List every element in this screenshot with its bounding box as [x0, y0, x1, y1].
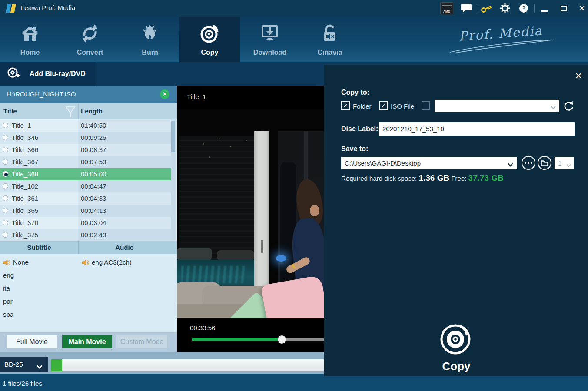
disc-label-input[interactable] — [379, 122, 575, 136]
speaker-icon — [82, 259, 89, 266]
title-row[interactable]: Title_36700:07:53 — [0, 156, 177, 168]
title-radio[interactable] — [3, 183, 8, 189]
title-name: Title_346 — [12, 134, 38, 141]
title-length: 00:09:25 — [81, 134, 106, 141]
browse-more-button[interactable] — [522, 156, 535, 170]
title-name: Title_375 — [12, 231, 38, 239]
title-radio[interactable] — [3, 220, 8, 225]
iso-file-checkbox[interactable]: ✓ — [379, 101, 388, 110]
preview-progress-track[interactable] — [192, 338, 324, 341]
preview-progress-thumb[interactable] — [278, 335, 286, 344]
save-path-value: C:\Users\GAGI-D\Desktop — [345, 159, 421, 167]
full-movie-button[interactable]: Full Movie — [7, 335, 57, 348]
disc-target-checkbox[interactable] — [422, 101, 430, 110]
title-row[interactable]: Title_36600:08:37 — [0, 144, 177, 156]
copies-count-value: 1 — [558, 159, 561, 167]
column-title[interactable]: Title — [3, 107, 17, 115]
track-label: ita — [3, 285, 10, 292]
nav-tab-copy[interactable]: Copy — [179, 17, 240, 62]
copy-disc-icon — [200, 23, 220, 45]
video-frame — [177, 109, 324, 318]
amd-badge-icon[interactable]: AMD — [440, 2, 453, 14]
register-key-icon[interactable] — [481, 2, 493, 14]
title-list-scrollbar[interactable] — [171, 119, 176, 241]
title-name: Title_367 — [12, 158, 38, 166]
title-table-header: Title Length — [0, 103, 177, 119]
nav-tab-cinavia[interactable]: Cinavia — [300, 17, 360, 62]
copy-to-label: Copy to: — [341, 89, 369, 96]
help-icon[interactable]: ? — [519, 2, 528, 14]
nav-tab-home[interactable]: Home — [0, 17, 60, 62]
minimize-button[interactable] — [539, 2, 550, 14]
column-length[interactable]: Length — [81, 107, 103, 115]
track-item[interactable]: eng — [0, 269, 78, 282]
feedback-bubble-icon[interactable] — [461, 2, 472, 14]
nav-label: Home — [20, 49, 40, 56]
title-row[interactable]: Title_37500:02:43 — [0, 229, 177, 241]
burner-drive-dropdown[interactable] — [435, 100, 559, 112]
title-row[interactable]: Title_34600:09:25 — [0, 132, 177, 144]
disc-type-value: BD-25 — [4, 361, 23, 368]
main-movie-button[interactable]: Main Movie — [62, 335, 112, 348]
track-item[interactable]: ita — [0, 282, 78, 295]
track-label: por — [3, 298, 13, 305]
title-radio[interactable] — [3, 123, 8, 128]
audio-list: eng AC3(2ch) — [78, 256, 171, 269]
save-path-dropdown[interactable]: C:\Users\GAGI-D\Desktop — [341, 157, 517, 169]
copies-count-dropdown[interactable]: 1 — [555, 157, 574, 169]
close-button[interactable]: × — [576, 2, 588, 14]
title-length: 00:04:47 — [81, 182, 106, 190]
title-name: Title_365 — [12, 207, 38, 214]
title-list: Title_101:40:50Title_34600:09:25Title_36… — [0, 119, 177, 241]
refresh-drives-icon[interactable] — [563, 100, 574, 111]
title-row[interactable]: Title_101:40:50 — [0, 119, 177, 132]
title-radio[interactable] — [3, 196, 8, 201]
add-bluray-dvd-button[interactable]: Add Blu-ray/DVD — [0, 62, 96, 86]
title-radio[interactable] — [3, 208, 8, 213]
settings-gear-icon[interactable] — [500, 2, 510, 14]
free-label: Free: — [451, 175, 466, 182]
tracks-header: Subtitle Audio — [0, 241, 177, 254]
track-item[interactable]: eng AC3(2ch) — [78, 256, 171, 269]
title-radio[interactable] — [3, 147, 8, 152]
title-row[interactable]: Title_36500:04:13 — [0, 205, 177, 217]
titlebar-divider — [477, 4, 477, 13]
video-preview[interactable]: Title_1 — [177, 86, 324, 352]
disc-type-dropdown[interactable]: BD-25 — [0, 357, 48, 372]
title-row[interactable]: Title_10200:04:47 — [0, 180, 177, 192]
track-item[interactable]: por — [0, 295, 78, 308]
preview-progress-fill — [192, 338, 282, 341]
track-label: eng AC3(2ch) — [92, 258, 132, 266]
maximize-button[interactable] — [558, 2, 569, 14]
copy-start-button[interactable]: Copy — [428, 321, 485, 373]
filter-funnel-icon[interactable] — [65, 106, 76, 119]
nav-tab-download[interactable]: Download — [240, 17, 300, 62]
track-item[interactable]: spa — [0, 308, 78, 321]
title-row[interactable]: Title_36100:04:33 — [0, 192, 177, 205]
scrollbar-thumb[interactable] — [171, 121, 175, 152]
open-folder-button[interactable] — [538, 156, 551, 170]
folder-label[interactable]: Folder — [353, 103, 372, 110]
title-radio[interactable] — [3, 159, 8, 165]
folder-checkbox[interactable]: ✓ — [341, 101, 350, 110]
title-row[interactable]: Title_36800:05:00 — [0, 168, 177, 180]
nav-tab-burn[interactable]: Burn — [120, 17, 180, 62]
custom-mode-button[interactable]: Custom Mode — [116, 335, 167, 348]
source-path: H:\ROUGH_NIGHT.ISO — [7, 90, 76, 98]
title-radio[interactable] — [3, 135, 8, 140]
title-length: 00:05:00 — [81, 170, 106, 178]
nav-label: Copy — [201, 49, 219, 56]
track-label: None — [13, 258, 29, 266]
copy-button-label: Copy — [428, 360, 485, 373]
title-name: Title_361 — [12, 195, 38, 202]
source-tab[interactable]: H:\ROUGH_NIGHT.ISO × — [0, 86, 177, 103]
remove-source-icon[interactable]: × — [160, 89, 169, 99]
track-item[interactable]: None — [0, 256, 78, 269]
title-radio[interactable] — [3, 232, 8, 238]
title-radio[interactable] — [3, 171, 8, 177]
title-row[interactable]: Title_37000:03:04 — [0, 217, 177, 229]
panel-close-icon[interactable]: × — [573, 70, 584, 82]
nav-tab-convert[interactable]: Convert — [60, 17, 120, 62]
iso-file-label[interactable]: ISO File — [391, 103, 414, 110]
chevron-down-icon — [37, 363, 43, 371]
